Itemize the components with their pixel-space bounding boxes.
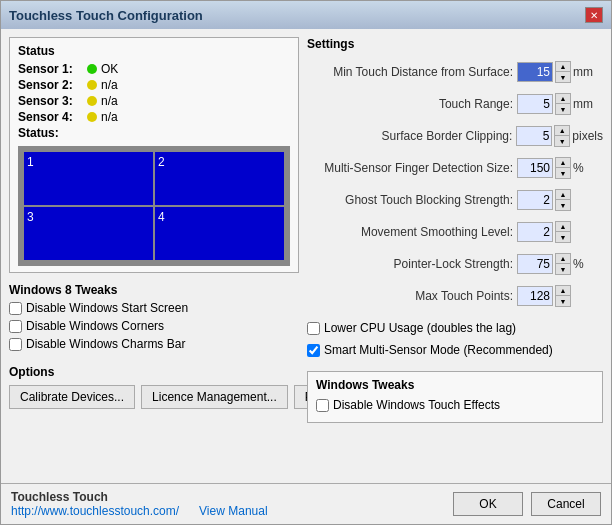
ok-button[interactable]: OK — [453, 492, 523, 516]
spinner-2: ▲ ▼ pixels — [516, 125, 603, 147]
sensor-1-label: Sensor 1: — [18, 62, 83, 76]
sensor-1-dot — [87, 64, 97, 74]
spin-down-5[interactable]: ▼ — [556, 232, 570, 242]
spin-down-6[interactable]: ▼ — [556, 264, 570, 274]
win8-tweak-3-checkbox[interactable] — [9, 338, 22, 351]
unit-0: mm — [573, 65, 603, 79]
footer-url[interactable]: http://www.touchlesstouch.com/ — [11, 504, 179, 518]
win8-tweak-1-checkbox[interactable] — [9, 302, 22, 315]
setting-input-7[interactable] — [517, 286, 553, 306]
grid-cell-1: 1 — [24, 152, 153, 205]
setting-row-2: Surface Border Clipping: ▲ ▼ pixels — [307, 125, 603, 147]
footer-row: http://www.touchlesstouch.com/ View Manu… — [11, 504, 443, 518]
spin-up-3[interactable]: ▲ — [556, 158, 570, 168]
win8-tweak-3-label: Disable Windows Charms Bar — [26, 337, 185, 351]
close-button[interactable]: ✕ — [585, 7, 603, 23]
setting-input-3[interactable] — [517, 158, 553, 178]
spin-up-2[interactable]: ▲ — [555, 126, 569, 136]
lower-cpu-checkbox[interactable] — [307, 322, 320, 335]
spin-down-2[interactable]: ▼ — [555, 136, 569, 146]
setting-label-6: Pointer-Lock Strength: — [307, 257, 513, 271]
sensor-3-value: n/a — [101, 94, 118, 108]
right-panel: Settings Min Touch Distance from Surface… — [307, 37, 603, 475]
footer: Touchless Touch http://www.touchlesstouc… — [1, 483, 611, 524]
setting-row-3: Multi-Sensor Finger Detection Size: ▲ ▼ … — [307, 157, 603, 179]
spinner-btns-0: ▲ ▼ — [555, 61, 571, 83]
spinner-btns-6: ▲ ▼ — [555, 253, 571, 275]
options-buttons: Calibrate Devices... Licence Management.… — [9, 385, 299, 409]
footer-brand: Touchless Touch — [11, 490, 443, 504]
spin-down-1[interactable]: ▼ — [556, 104, 570, 114]
spin-down-3[interactable]: ▼ — [556, 168, 570, 178]
spin-down-7[interactable]: ▼ — [556, 296, 570, 306]
options-title: Options — [9, 365, 299, 379]
spin-up-5[interactable]: ▲ — [556, 222, 570, 232]
disable-touch-effects-checkbox[interactable] — [316, 399, 329, 412]
setting-input-5[interactable] — [517, 222, 553, 242]
view-manual-link[interactable]: View Manual — [199, 504, 267, 518]
unit-2: pixels — [572, 129, 603, 143]
setting-input-1[interactable] — [517, 94, 553, 114]
spinner-1: ▲ ▼ mm — [517, 93, 603, 115]
setting-row-1: Touch Range: ▲ ▼ mm — [307, 93, 603, 115]
setting-row-6: Pointer-Lock Strength: ▲ ▼ % — [307, 253, 603, 275]
win8-tweak-1-label: Disable Windows Start Screen — [26, 301, 188, 315]
setting-row-7: Max Touch Points: ▲ ▼ — [307, 285, 603, 307]
spin-up-1[interactable]: ▲ — [556, 94, 570, 104]
setting-label-5: Movement Smoothing Level: — [307, 225, 513, 239]
spinner-btns-5: ▲ ▼ — [555, 221, 571, 243]
title-bar-controls: ✕ — [585, 7, 603, 23]
spin-up-6[interactable]: ▲ — [556, 254, 570, 264]
sensor-2-value: n/a — [101, 78, 118, 92]
setting-label-2: Surface Border Clipping: — [307, 129, 512, 143]
setting-row-4: Ghost Touch Blocking Strength: ▲ ▼ — [307, 189, 603, 211]
setting-input-2[interactable] — [516, 126, 552, 146]
spin-up-7[interactable]: ▲ — [556, 286, 570, 296]
smart-multisensor-label: Smart Multi-Sensor Mode (Recommended) — [324, 343, 553, 357]
main-content: Status Sensor 1: OK Sensor 2: n/a Sensor… — [1, 29, 611, 483]
spinner-btns-7: ▲ ▼ — [555, 285, 571, 307]
spinner-btns-3: ▲ ▼ — [555, 157, 571, 179]
spin-down-0[interactable]: ▼ — [556, 72, 570, 82]
sensor-4-value: n/a — [101, 110, 118, 124]
setting-input-0[interactable] — [517, 62, 553, 82]
window-title: Touchless Touch Configuration — [9, 8, 203, 23]
spinner-btns-2: ▲ ▼ — [554, 125, 570, 147]
setting-row-5: Movement Smoothing Level: ▲ ▼ — [307, 221, 603, 243]
sensor-3-dot — [87, 96, 97, 106]
status-section: Status Sensor 1: OK Sensor 2: n/a Sensor… — [9, 37, 299, 273]
smart-multisensor-checkbox[interactable] — [307, 344, 320, 357]
setting-input-6[interactable] — [517, 254, 553, 274]
sensor-2-label: Sensor 2: — [18, 78, 83, 92]
win8-tweak-2-checkbox[interactable] — [9, 320, 22, 333]
calibrate-button[interactable]: Calibrate Devices... — [9, 385, 135, 409]
sensor-grid: 1 2 3 4 — [18, 146, 290, 266]
settings-cb-1: Lower CPU Usage (doubles the lag) — [307, 321, 603, 335]
footer-left: Touchless Touch http://www.touchlesstouc… — [11, 490, 443, 518]
spinner-7: ▲ ▼ — [517, 285, 603, 307]
sensor-1-value: OK — [101, 62, 118, 76]
setting-input-4[interactable] — [517, 190, 553, 210]
sensor-row-2: Sensor 2: n/a — [18, 78, 290, 92]
options-section: Options Calibrate Devices... Licence Man… — [9, 365, 299, 409]
licence-button[interactable]: Licence Management... — [141, 385, 288, 409]
win8-tweak-3: Disable Windows Charms Bar — [9, 337, 299, 351]
spin-down-4[interactable]: ▼ — [556, 200, 570, 210]
sensor-3-label: Sensor 3: — [18, 94, 83, 108]
spin-up-4[interactable]: ▲ — [556, 190, 570, 200]
grid-cell-2: 2 — [155, 152, 284, 205]
status-value: Status: — [18, 126, 290, 140]
setting-label-4: Ghost Touch Blocking Strength: — [307, 193, 513, 207]
spinner-btns-1: ▲ ▼ — [555, 93, 571, 115]
spin-up-0[interactable]: ▲ — [556, 62, 570, 72]
lower-cpu-label: Lower CPU Usage (doubles the lag) — [324, 321, 516, 335]
win8-tweak-2: Disable Windows Corners — [9, 319, 299, 333]
setting-label-7: Max Touch Points: — [307, 289, 513, 303]
spinner-btns-4: ▲ ▼ — [555, 189, 571, 211]
main-window: Touchless Touch Configuration ✕ Status S… — [0, 0, 612, 525]
cancel-button[interactable]: Cancel — [531, 492, 601, 516]
unit-1: mm — [573, 97, 603, 111]
sensor-row-4: Sensor 4: n/a — [18, 110, 290, 124]
disable-touch-effects-label: Disable Windows Touch Effects — [333, 398, 500, 412]
spinner-4: ▲ ▼ — [517, 189, 603, 211]
